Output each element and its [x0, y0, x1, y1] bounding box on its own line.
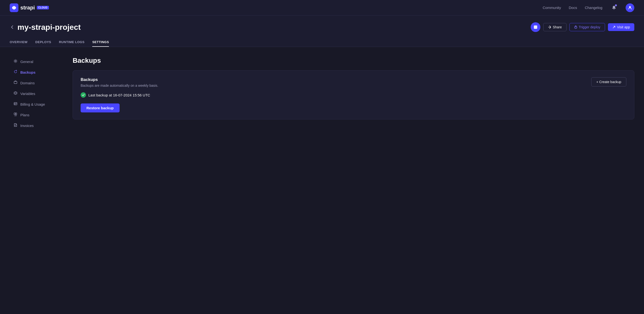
topnav-right: Community Docs Changelog — [542, 4, 634, 12]
trigger-deploy-button[interactable]: Trigger deploy — [570, 23, 605, 31]
main-content: General Backups Domains — [0, 47, 644, 314]
tab-runtime-logs[interactable]: RUNTIME LOGS — [59, 38, 84, 47]
project-title-left: my-strapi-project — [10, 23, 80, 32]
variables-icon — [13, 91, 18, 96]
backup-card: Backups Backups are made automatically o… — [73, 70, 634, 119]
back-button[interactable] — [10, 25, 14, 30]
community-link[interactable]: Community — [542, 6, 561, 10]
project-icon-button[interactable] — [531, 22, 540, 32]
backups-icon — [13, 70, 18, 75]
cloud-badge: CLOUD — [37, 6, 49, 10]
svg-marker-4 — [14, 92, 17, 95]
project-name: my-strapi-project — [18, 23, 80, 32]
create-backup-button[interactable]: + Create backup — [591, 77, 626, 87]
sidebar-label-variables: Variables — [20, 92, 35, 96]
changelog-link[interactable]: Changelog — [585, 6, 602, 10]
svg-point-0 — [629, 6, 631, 8]
tab-deploys[interactable]: DEPLOYS — [35, 38, 51, 47]
sidebar-item-backups[interactable]: Backups — [10, 67, 63, 77]
sidebar-item-invoices[interactable]: Invoices — [10, 121, 63, 130]
svg-rect-8 — [14, 113, 16, 115]
docs-link[interactable]: Docs — [569, 6, 577, 10]
backup-card-header: Backups Backups are made automatically o… — [80, 77, 626, 88]
sidebar-item-billing[interactable]: Billing & Usage — [10, 99, 63, 109]
backup-card-description: Backups are made automatically on a week… — [80, 84, 158, 88]
last-backup-text: Last backup at 16-07-2024 15:56 UTC — [88, 93, 150, 97]
project-title-row: my-strapi-project Share Trigger deploy — [10, 22, 634, 32]
user-avatar[interactable] — [626, 4, 634, 12]
sidebar-item-plans[interactable]: Plans — [10, 110, 63, 120]
sidebar-label-domains: Domains — [20, 81, 34, 85]
svg-rect-7 — [14, 104, 16, 104]
svg-marker-5 — [15, 92, 16, 94]
strapi-name: strapi — [20, 5, 35, 11]
project-actions: Share Trigger deploy Visit app — [531, 22, 634, 32]
sidebar-item-domains[interactable]: Domains — [10, 78, 63, 88]
last-backup-row: Last backup at 16-07-2024 15:56 UTC — [80, 92, 626, 98]
visit-app-button[interactable]: Visit app — [608, 23, 634, 31]
sidebar-label-backups: Backups — [20, 70, 36, 74]
svg-rect-6 — [14, 103, 17, 105]
page-title: Backups — [73, 57, 634, 65]
sidebar-label-general: General — [20, 60, 33, 64]
sidebar-label-invoices: Invoices — [20, 124, 34, 128]
settings-sidebar: General Backups Domains — [10, 57, 68, 308]
backup-card-title: Backups — [80, 77, 158, 82]
general-icon — [13, 59, 18, 64]
backup-card-info: Backups Backups are made automatically o… — [80, 77, 158, 88]
billing-icon — [13, 102, 18, 107]
sidebar-item-variables[interactable]: Variables — [10, 89, 63, 98]
strapi-icon — [10, 4, 18, 12]
plans-icon — [13, 112, 18, 117]
sidebar-item-general[interactable]: General — [10, 57, 63, 66]
sidebar-label-plans: Plans — [20, 113, 30, 117]
topnav: strapi CLOUD Community Docs Changelog — [0, 0, 644, 16]
share-button[interactable]: Share — [543, 23, 566, 31]
invoices-icon — [13, 123, 18, 128]
project-header: my-strapi-project Share Trigger deploy — [0, 16, 644, 47]
tab-settings[interactable]: SETTINGS — [92, 38, 109, 47]
sidebar-label-billing: Billing & Usage — [20, 102, 45, 106]
project-tabs: OVERVIEW DEPLOYS RUNTIME LOGS SETTINGS — [10, 38, 634, 47]
notification-button[interactable] — [610, 4, 618, 12]
notification-dot — [615, 4, 617, 6]
tab-overview[interactable]: OVERVIEW — [10, 38, 28, 47]
svg-point-2 — [15, 61, 16, 62]
restore-backup-button[interactable]: Restore backup — [80, 103, 120, 112]
svg-rect-3 — [14, 81, 17, 84]
page-content: Backups Backups Backups are made automat… — [68, 57, 634, 308]
svg-rect-1 — [534, 26, 537, 29]
strapi-logo: strapi CLOUD — [10, 4, 49, 12]
success-icon — [80, 92, 86, 98]
domains-icon — [13, 80, 18, 85]
topnav-left: strapi CLOUD — [10, 4, 49, 12]
